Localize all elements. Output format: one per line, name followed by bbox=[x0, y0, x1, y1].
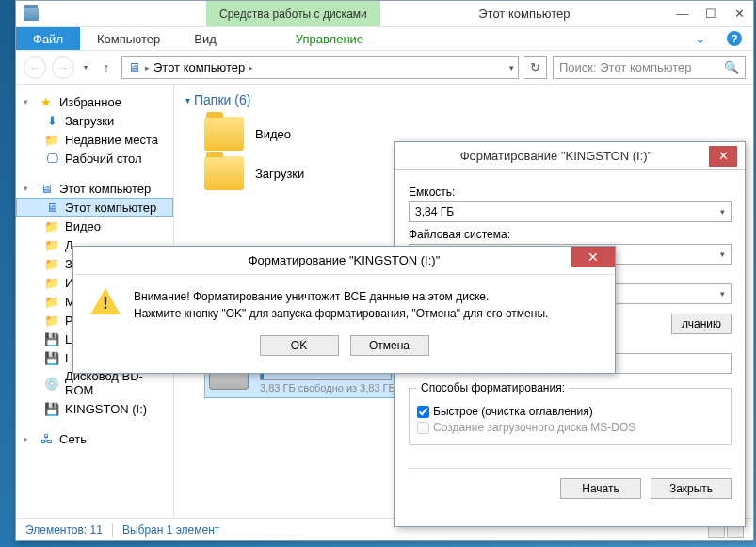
disc-icon: 💿 bbox=[44, 376, 59, 391]
search-placeholder: Поиск: Этот компьютер bbox=[559, 60, 691, 74]
format-methods-fieldset: Способы форматирования: Быстрое (очистка… bbox=[409, 381, 732, 445]
sidebar-thispc-header[interactable]: ▾ 🖥 Этот компьютер bbox=[16, 179, 173, 198]
chevron-down-icon: ▾ bbox=[24, 97, 33, 106]
pc-icon: 🖥 bbox=[126, 60, 141, 75]
sidebar-network-header[interactable]: ▸ 🖧 Сеть bbox=[16, 429, 173, 448]
close-format-button[interactable]: Закрыть bbox=[651, 478, 732, 499]
quick-format-checkbox[interactable]: Быстрое (очистка оглавления) bbox=[417, 405, 723, 418]
ribbon-computer-tab[interactable]: Компьютер bbox=[80, 27, 177, 50]
pc-icon: 🖥 bbox=[44, 200, 59, 215]
search-input[interactable]: Поиск: Этот компьютер 🔍 bbox=[553, 56, 746, 79]
ribbon-file-tab[interactable]: Файл bbox=[16, 27, 80, 50]
address-field[interactable]: 🖥 ▸ Этот компьютер ▸ ▾ bbox=[121, 56, 519, 79]
sidebar-item-selected[interactable]: 🖥Этот компьютер bbox=[16, 198, 173, 217]
msdos-boot-checkbox: Создание загрузочного диска MS-DOS bbox=[417, 421, 723, 434]
restore-defaults-button[interactable]: лчанию bbox=[671, 314, 732, 334]
ribbon-bar: Файл Компьютер Вид Управление ⌄ ? bbox=[16, 27, 753, 51]
format-close-button[interactable]: ✕ bbox=[709, 146, 737, 167]
folder-icon bbox=[204, 117, 244, 151]
ribbon-view-tab[interactable]: Вид bbox=[177, 27, 233, 50]
warning-cancel-button[interactable]: Отмена bbox=[350, 335, 429, 356]
maximize-button[interactable]: ☐ bbox=[697, 4, 725, 24]
warning-titlebar: Форматирование "KINGSTON (I:)" ✕ bbox=[73, 247, 615, 275]
refresh-button[interactable]: ↻ bbox=[524, 56, 547, 79]
sidebar-item-desktop[interactable]: 🖵Рабочий стол bbox=[16, 149, 173, 168]
titlebar: Средства работы с дисками Этот компьютер… bbox=[16, 1, 753, 27]
capacity-select[interactable]: 3,84 ГБ▾ bbox=[409, 201, 732, 222]
usb-icon: 💾 bbox=[44, 401, 59, 416]
start-format-button[interactable]: Начать bbox=[560, 478, 641, 499]
filesystem-label: Файловая система: bbox=[409, 228, 732, 241]
format-dialog-titlebar: Форматирование "KINGSTON (I:)" ✕ bbox=[395, 142, 745, 170]
address-dropdown-icon[interactable]: ▾ bbox=[509, 63, 514, 72]
status-item-count: Элементов: 11 bbox=[25, 523, 103, 537]
minimize-button[interactable]: — bbox=[668, 4, 697, 24]
warning-close-button[interactable]: ✕ bbox=[571, 247, 615, 267]
folder-icon: 📁 bbox=[44, 313, 59, 328]
folder-icon bbox=[204, 156, 244, 190]
pc-icon: 🖥 bbox=[39, 181, 54, 196]
warning-icon bbox=[90, 288, 121, 318]
desktop-icon: 🖵 bbox=[44, 151, 59, 166]
address-bar: ← → ▾ ↑ 🖥 ▸ Этот компьютер ▸ ▾ ↻ Поиск: … bbox=[16, 51, 753, 85]
folder-icon: 📁 bbox=[44, 218, 59, 233]
breadcrumb-current[interactable]: Этот компьютер bbox=[153, 60, 245, 74]
warning-message: Внимание! Форматирование уничтожит ВСЕ д… bbox=[134, 288, 548, 322]
ribbon-expand-icon[interactable]: ⌄ bbox=[685, 27, 716, 50]
help-button[interactable]: ? bbox=[716, 27, 753, 50]
nav-history-dropdown[interactable]: ▾ bbox=[80, 63, 91, 72]
folders-section-header[interactable]: ▾ Папки (6) bbox=[185, 92, 742, 107]
sidebar-item-downloads[interactable]: ⬇Загрузки bbox=[16, 111, 173, 130]
nav-up-button[interactable]: ↑ bbox=[97, 60, 116, 75]
folder-icon: 📁 bbox=[44, 294, 59, 309]
chevron-down-icon: ▾ bbox=[24, 184, 33, 193]
window-app-icon bbox=[24, 8, 39, 21]
star-icon: ★ bbox=[39, 94, 54, 109]
capacity-label: Емкость: bbox=[409, 185, 732, 199]
search-icon: 🔍 bbox=[724, 60, 739, 74]
sidebar-item-video[interactable]: 📁Видео bbox=[16, 217, 173, 235]
nav-forward-button[interactable]: → bbox=[52, 56, 74, 79]
breadcrumb-sep-icon: ▸ bbox=[145, 63, 150, 72]
status-selection: Выбран 1 элемент bbox=[122, 523, 219, 537]
download-icon: ⬇ bbox=[44, 113, 59, 128]
chevron-down-icon: ▾ bbox=[720, 207, 725, 217]
chevron-down-icon: ▾ bbox=[720, 249, 725, 259]
folder-icon: 📁 bbox=[44, 275, 59, 290]
help-icon: ? bbox=[727, 31, 742, 46]
nav-back-button[interactable]: ← bbox=[24, 56, 46, 79]
warning-dialog: Форматирование "KINGSTON (I:)" ✕ Внимани… bbox=[72, 246, 616, 374]
sidebar-favorites-header[interactable]: ▾ ★ Избранное bbox=[16, 92, 173, 111]
warning-title: Форматирование "KINGSTON (I:)" bbox=[81, 253, 607, 267]
chevron-down-icon: ▾ bbox=[720, 289, 725, 298]
places-icon: 📁 bbox=[44, 132, 59, 147]
sidebar-item-recent[interactable]: 📁Недавние места bbox=[16, 130, 173, 149]
chevron-right-icon: ▸ bbox=[24, 434, 33, 443]
drive-icon: 💾 bbox=[44, 350, 59, 365]
sidebar-item-kingston[interactable]: 💾KINGSTON (I:) bbox=[16, 399, 173, 418]
format-methods-legend: Способы форматирования: bbox=[417, 381, 569, 394]
window-title: Этот компьютер bbox=[380, 7, 668, 21]
ribbon-manage-tab[interactable]: Управление bbox=[279, 27, 380, 50]
format-dialog-title: Форматирование "KINGSTON (I:)" bbox=[403, 149, 709, 163]
drive-icon: 💾 bbox=[44, 331, 59, 346]
disk-tools-tab[interactable]: Средства работы с дисками bbox=[206, 1, 380, 26]
breadcrumb-sep-icon: ▸ bbox=[249, 63, 253, 72]
folder-icon: 📁 bbox=[44, 237, 59, 252]
chevron-down-icon: ▾ bbox=[185, 95, 190, 105]
folder-icon: 📁 bbox=[44, 256, 59, 271]
warning-ok-button[interactable]: OK bbox=[260, 335, 339, 356]
network-icon: 🖧 bbox=[39, 431, 54, 446]
close-button[interactable]: ✕ bbox=[725, 4, 753, 24]
